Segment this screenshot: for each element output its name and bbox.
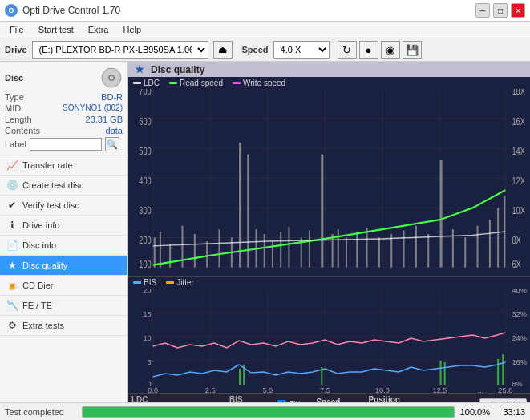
record-button[interactable]: ● (359, 41, 378, 59)
chart-header: ★ Disc quality (128, 62, 530, 77)
jitter-legend-dot (166, 281, 174, 284)
cd-bier-icon: 🍺 (6, 280, 18, 291)
svg-text:300: 300 (139, 204, 151, 216)
svg-rect-50 (272, 241, 273, 268)
bis-legend-dot (133, 281, 141, 284)
svg-text:14X: 14X (512, 145, 526, 156)
menu-start-test[interactable]: Start test (32, 23, 80, 36)
disc-length-row: Length 23.31 GB (5, 115, 123, 124)
svg-rect-57 (338, 229, 339, 267)
svg-rect-38 (154, 237, 156, 267)
speed-select[interactable]: 4.0 X (273, 41, 330, 59)
disc-label-input[interactable] (30, 138, 102, 151)
top-legend: LDC Read speed Write speed (128, 77, 530, 89)
menu-file[interactable]: File (3, 23, 30, 36)
sidebar-item-disc-quality[interactable]: ★ Disc quality (0, 256, 127, 276)
svg-text:200: 200 (139, 234, 151, 245)
read-speed-legend-label: Read speed (180, 79, 223, 87)
write-speed-legend-dot (233, 82, 241, 84)
speed-label: Speed (242, 45, 269, 55)
sidebar-item-transfer-rate[interactable]: 📈 Transfer rate (0, 155, 127, 176)
svg-text:20: 20 (143, 289, 151, 294)
disc-panel-icon (100, 67, 123, 89)
disc-contents-row: Contents data (5, 126, 123, 135)
bottom-chart-svg: 20 15 10 5 0 40% 32% 24% 16% 8% 0.0 2.5 … (128, 289, 530, 393)
svg-point-2 (110, 76, 113, 79)
title-bar-left: O Opti Drive Control 1.70 (5, 4, 120, 17)
svg-rect-65 (427, 234, 429, 268)
svg-rect-43 (206, 241, 208, 268)
svg-text:12.5: 12.5 (433, 273, 447, 273)
ldc-legend-dot (133, 82, 141, 84)
disc-quality-label: Disc quality (22, 260, 67, 270)
eject-button[interactable]: ⏏ (213, 41, 233, 59)
legend-ldc: LDC (133, 79, 160, 87)
svg-text:40%: 40% (512, 289, 527, 294)
sidebar-item-cd-bier[interactable]: 🍺 CD Bier (0, 276, 127, 296)
refresh-button[interactable]: ↻ (338, 41, 357, 59)
svg-text:500: 500 (139, 145, 151, 156)
legend-bis: BIS (133, 278, 156, 287)
menu-help[interactable]: Help (116, 23, 148, 36)
transfer-rate-label: Transfer rate (22, 160, 73, 170)
sidebar-item-extra-tests[interactable]: ⚙ Extra tests (0, 316, 127, 336)
svg-text:32%: 32% (512, 310, 527, 318)
svg-text:15: 15 (143, 310, 151, 318)
svg-rect-59 (356, 232, 358, 268)
svg-rect-104 (239, 369, 241, 385)
disc-label-button[interactable]: 🔍 (105, 137, 119, 151)
svg-rect-61 (378, 237, 380, 267)
disc-label-label: Label (5, 139, 26, 149)
save-button[interactable]: 💾 (403, 41, 422, 59)
sidebar-item-create-test-disc[interactable]: 💿 Create test disc (0, 176, 127, 196)
svg-text:25.0: 25.0 (498, 386, 512, 393)
drive-label: Drive (5, 45, 27, 55)
svg-text:15.0: 15.0 (474, 273, 488, 273)
create-test-disc-label: Create test disc (22, 180, 83, 190)
drive-info-icon: ℹ (6, 220, 18, 231)
svg-rect-46 (239, 143, 241, 268)
close-button[interactable]: ✕ (511, 3, 525, 18)
cd-bier-label: CD Bier (22, 281, 54, 290)
svg-text:0.0: 0.0 (148, 273, 158, 273)
svg-rect-58 (346, 237, 347, 267)
svg-rect-56 (332, 234, 334, 268)
disc-type-row: Type BD-R (5, 92, 123, 102)
svg-rect-68 (464, 237, 466, 267)
svg-text:600: 600 (139, 115, 151, 127)
sidebar-item-drive-info[interactable]: ℹ Drive info (0, 216, 127, 236)
optical-button[interactable]: ◉ (381, 41, 400, 59)
svg-text:10.0: 10.0 (375, 386, 390, 393)
disc-length-label: Length (5, 115, 32, 124)
svg-rect-63 (403, 231, 405, 268)
disc-type-label: Type (5, 92, 24, 102)
drive-bar: Drive (E:) PLEXTOR BD-R PX-LB950SA 1.06 … (0, 38, 530, 62)
disc-type-value: BD-R (101, 92, 123, 102)
chart-header-icon: ★ (135, 63, 144, 75)
disc-panel-title: Disc (5, 73, 23, 83)
sidebar-item-fe-te[interactable]: 📉 FE / TE (0, 296, 127, 316)
disc-panel-header: Disc (5, 67, 123, 89)
disc-info-icon: 📄 (6, 240, 18, 251)
svg-rect-109 (497, 359, 499, 385)
drive-select[interactable]: (E:) PLEXTOR BD-R PX-LB950SA 1.06 (32, 41, 208, 59)
svg-rect-55 (321, 155, 323, 268)
minimize-button[interactable]: ─ (475, 3, 490, 18)
svg-text:7.5: 7.5 (320, 386, 330, 393)
svg-text:5.0: 5.0 (262, 386, 273, 393)
drive-info-label: Drive info (22, 220, 59, 230)
svg-rect-42 (194, 234, 196, 268)
legend-jitter: Jitter (166, 278, 194, 287)
title-bar-controls: ─ □ ✕ (475, 3, 525, 18)
sidebar-item-verify-test-disc[interactable]: ✔ Verify test disc (0, 196, 127, 216)
svg-rect-41 (181, 226, 183, 268)
svg-text:8X: 8X (512, 234, 522, 245)
progress-time: 33:13 (495, 407, 525, 417)
app-title: Opti Drive Control 1.70 (22, 5, 120, 16)
bottom-legend: BIS Jitter (128, 277, 530, 289)
sidebar-item-disc-info[interactable]: 📄 Disc info (0, 236, 127, 256)
extra-tests-icon: ⚙ (6, 320, 18, 331)
menu-extra[interactable]: Extra (82, 23, 115, 36)
maximize-button[interactable]: □ (493, 3, 508, 18)
progress-bar (82, 406, 455, 418)
